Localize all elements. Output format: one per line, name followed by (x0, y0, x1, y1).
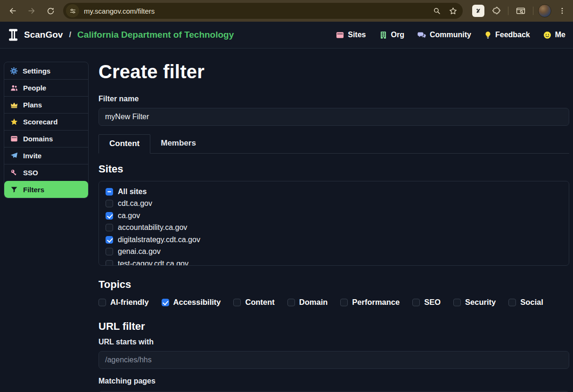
checkbox-label: All sites (118, 188, 147, 196)
sidebar-item-label: Scorecard (23, 118, 57, 126)
checkbox[interactable] (106, 188, 113, 196)
org-title[interactable]: California Department of Technology (77, 30, 234, 40)
checkbox[interactable] (106, 212, 113, 220)
site-option: digitalstrategy.cdt.ca.gov (106, 234, 562, 246)
topic-option-accessibility: Accessibility (162, 298, 221, 307)
page-title: Create filter (98, 61, 569, 82)
window-icon (336, 31, 344, 40)
checkbox-label: genai.ca.gov (118, 247, 161, 256)
sidebar-item-sso[interactable]: SSO (4, 164, 88, 181)
comments-icon (417, 31, 426, 40)
star-icon (10, 118, 18, 126)
smiley-icon (543, 31, 552, 40)
nav-label: Org (391, 31, 404, 39)
sidebar-item-invite[interactable]: Invite (4, 147, 88, 164)
reload-icon (46, 7, 55, 16)
brand-name[interactable]: ScanGov (24, 30, 63, 40)
extensions-button[interactable] (489, 3, 503, 19)
main-content: Create filter Filter name Content Member… (92, 49, 573, 392)
filter-name-input[interactable] (98, 108, 569, 126)
topic-option-seo: SEO (412, 298, 441, 307)
building-icon (379, 31, 388, 40)
matching-pages-label: Matching pages (98, 377, 569, 385)
checkbox-label: Domain (299, 298, 328, 307)
checkbox[interactable] (287, 299, 295, 306)
checkbox-label: test-cagov.cdt.ca.gov (118, 260, 188, 266)
nav-item-sites[interactable]: Sites (336, 31, 366, 40)
topic-option-content: Content (233, 298, 274, 307)
sidebar-item-people[interactable]: People (4, 79, 88, 96)
top-nav: Sites Org Community Feedback Me (336, 31, 565, 40)
site-settings-button[interactable] (66, 4, 79, 17)
sidebar-item-scorecard[interactable]: Scorecard (4, 113, 88, 130)
sidebar-item-filters[interactable]: Filters (4, 181, 88, 198)
nav-item-feedback[interactable]: Feedback (484, 31, 530, 40)
checkbox[interactable] (106, 260, 113, 266)
url-bar[interactable]: my.scangov.com/filters (63, 3, 463, 19)
checkbox[interactable] (162, 299, 169, 306)
checkbox[interactable] (508, 299, 516, 306)
app-header: ScanGov / California Department of Techn… (0, 22, 573, 49)
url-starts-with-label: URL starts with (98, 338, 569, 346)
checkbox[interactable] (98, 299, 106, 306)
forward-button[interactable] (24, 3, 40, 19)
people-icon (10, 84, 18, 92)
reload-button[interactable] (42, 3, 58, 19)
sidebar-item-label: Settings (23, 67, 50, 75)
screen: my.scangov.com/filters (0, 0, 573, 392)
nav-label: Me (555, 31, 565, 39)
profile-avatar[interactable] (538, 4, 551, 17)
browser-menu-button[interactable] (556, 3, 568, 19)
tab-members[interactable]: Members (150, 134, 206, 154)
checkbox[interactable] (453, 299, 461, 306)
sidebar-item-domains[interactable]: Domains (4, 130, 88, 147)
lightbulb-icon (484, 31, 492, 40)
filter-name-label: Filter name (98, 95, 569, 103)
gear-icon (10, 67, 18, 75)
checkbox-label: ca.gov (118, 212, 140, 220)
sites-checkbox-list[interactable]: All sites cdt.ca.gov ca.gov accountabili… (98, 181, 569, 266)
nav-item-community[interactable]: Community (417, 31, 471, 40)
paper-plane-icon (10, 152, 18, 160)
back-arrow-icon (8, 6, 17, 16)
search-in-page-button[interactable] (430, 4, 444, 18)
checkbox[interactable] (106, 200, 113, 207)
scangov-logo-icon (8, 28, 19, 41)
nav-item-org[interactable]: Org (379, 31, 404, 40)
kebab-menu-icon (558, 7, 566, 15)
tab-search-button[interactable] (513, 3, 528, 19)
topic-option-domain: Domain (287, 298, 328, 307)
topics-heading: Topics (98, 278, 569, 291)
checkbox[interactable] (412, 299, 420, 306)
topic-option-security: Security (453, 298, 496, 307)
sidebar-item-settings[interactable]: Settings (4, 62, 88, 79)
nav-label: Feedback (495, 31, 530, 39)
checkbox-label: cdt.ca.gov (118, 199, 152, 208)
sidebar-item-label: Filters (23, 186, 44, 194)
site-option: genai.ca.gov (106, 246, 562, 258)
nav-item-me[interactable]: Me (543, 31, 565, 40)
tab-content[interactable]: Content (98, 134, 150, 154)
url-text[interactable]: my.scangov.com/filters (84, 7, 430, 15)
checkbox[interactable] (106, 248, 113, 255)
site-option: ca.gov (106, 210, 562, 222)
sidebar-item-plans[interactable]: Plans (4, 96, 88, 113)
checkbox[interactable] (106, 236, 113, 244)
nav-label: Sites (348, 31, 366, 39)
site-option: test-cagov.cdt.ca.gov (106, 258, 562, 266)
checkbox-label: Security (465, 298, 496, 307)
breadcrumb-separator: / (69, 30, 71, 40)
back-button[interactable] (5, 3, 21, 19)
sidebar-item-label: Plans (23, 101, 42, 109)
checkbox[interactable] (106, 224, 113, 231)
bookmark-button[interactable] (446, 4, 460, 18)
url-starts-with-input[interactable] (98, 351, 569, 369)
toolbar-right (472, 3, 568, 19)
extension-art-button[interactable] (472, 5, 484, 17)
sidebar-item-label: Domains (23, 135, 53, 143)
bookmark-star-icon (449, 7, 458, 16)
checkbox[interactable] (233, 299, 241, 306)
topic-option-social: Social (508, 298, 543, 307)
checkbox[interactable] (340, 299, 348, 306)
sidebar: Settings People Plans Scorecard Domains (0, 49, 92, 392)
